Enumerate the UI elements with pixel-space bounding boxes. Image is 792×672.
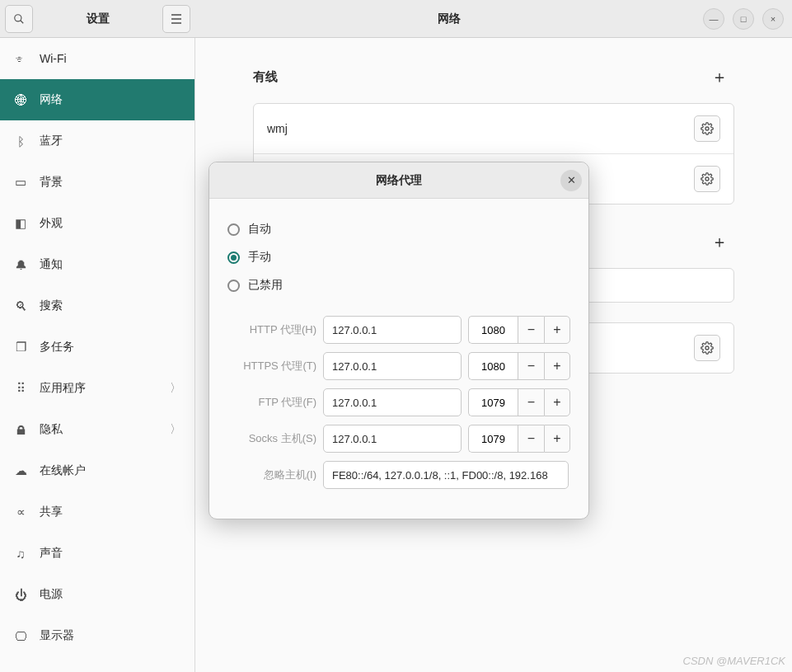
sidebar-item-search[interactable]: 🔍︎搜索 xyxy=(0,285,194,327)
http-proxy-label: HTTP 代理(H) xyxy=(227,322,316,337)
ftp-port-increment[interactable]: + xyxy=(544,388,570,416)
minus-icon: − xyxy=(527,431,535,446)
https-proxy-host-input[interactable] xyxy=(323,352,462,380)
svg-point-7 xyxy=(705,346,709,350)
window-close[interactable]: × xyxy=(762,8,784,30)
https-port-increment[interactable]: + xyxy=(544,352,570,380)
proxy-settings-button[interactable] xyxy=(694,335,720,361)
sidebar-item-label: 外观 xyxy=(40,216,63,231)
sidebar-item-label: 共享 xyxy=(40,505,63,519)
sidebar-item-online-accounts[interactable]: ☁︎在线帐户 xyxy=(0,450,194,491)
radio-auto[interactable]: 自动 xyxy=(227,215,570,243)
titlebar: 设置 网络 — □ × xyxy=(0,0,792,38)
chevron-right-icon: 〉 xyxy=(170,422,181,437)
cloud-icon: ☁︎ xyxy=(13,463,28,478)
bell-icon: 🔔︎ xyxy=(13,258,28,272)
settings-title: 设置 xyxy=(38,12,157,26)
search-button[interactable] xyxy=(5,5,33,33)
http-proxy-port-input[interactable] xyxy=(468,316,518,344)
maximize-icon: □ xyxy=(741,14,747,24)
add-connection-button[interactable]: ＋ xyxy=(705,63,734,92)
sidebar: ᯤWi-Fi 🌐︎网络 ᛒ蓝牙 ▭背景 ◧外观 🔔︎通知 🔍︎搜索 ❐多任务 ⠿… xyxy=(0,38,195,672)
watermark: CSDN @MAVER1CK xyxy=(683,655,785,667)
ftp-proxy-port-input[interactable] xyxy=(468,388,518,416)
radio-icon xyxy=(227,280,240,292)
sidebar-item-bluetooth[interactable]: ᛒ蓝牙 xyxy=(0,120,194,162)
sidebar-item-label: 多任务 xyxy=(40,340,74,355)
socks-proxy-port-input[interactable] xyxy=(468,425,518,453)
plus-icon: ＋ xyxy=(711,233,728,251)
add-vpn-button[interactable]: ＋ xyxy=(705,228,734,256)
svg-point-5 xyxy=(705,127,709,130)
http-proxy-host-input[interactable] xyxy=(323,316,462,344)
socks-port-increment[interactable]: + xyxy=(544,425,570,453)
sidebar-item-label: 电源 xyxy=(40,587,63,602)
window-maximize[interactable]: □ xyxy=(733,8,754,30)
radio-label: 自动 xyxy=(248,222,271,237)
connection-row[interactable]: wmj xyxy=(254,104,733,154)
plus-icon: + xyxy=(553,322,560,337)
sidebar-item-multitask[interactable]: ❐多任务 xyxy=(0,327,194,368)
hamburger-icon xyxy=(171,14,182,24)
menu-button[interactable] xyxy=(162,5,190,33)
svg-point-0 xyxy=(15,14,21,21)
bluetooth-icon: ᛒ xyxy=(13,134,28,148)
radio-icon xyxy=(227,223,240,236)
sidebar-item-notifications[interactable]: 🔔︎通知 xyxy=(0,244,194,285)
sidebar-item-label: 网络 xyxy=(40,92,63,107)
sidebar-item-label: 背景 xyxy=(40,175,63,190)
minimize-icon: — xyxy=(710,14,719,24)
wifi-icon: ᯤ xyxy=(13,52,28,66)
sidebar-item-appearance[interactable]: ◧外观 xyxy=(0,203,194,244)
apps-icon: ⠿ xyxy=(13,381,28,396)
plus-icon: ＋ xyxy=(711,68,728,86)
radio-manual[interactable]: 手动 xyxy=(227,243,570,271)
sidebar-item-background[interactable]: ▭背景 xyxy=(0,162,194,203)
connection-name: wmj xyxy=(267,122,288,135)
minus-icon: − xyxy=(527,395,535,410)
search-icon: 🔍︎ xyxy=(13,299,28,313)
minus-icon: − xyxy=(527,359,535,374)
plus-icon: + xyxy=(553,359,560,374)
sidebar-item-sound[interactable]: ♫声音 xyxy=(0,533,194,574)
sidebar-item-privacy[interactable]: 🔒︎隐私〉 xyxy=(0,409,194,450)
multitask-icon: ❐ xyxy=(13,340,28,355)
ignore-hosts-label: 忽略主机(I) xyxy=(227,468,316,482)
lock-icon: 🔒︎ xyxy=(13,423,28,437)
sidebar-item-power[interactable]: ⏻电源 xyxy=(0,574,194,615)
ftp-port-decrement[interactable]: − xyxy=(518,388,544,416)
sidebar-item-label: 蓝牙 xyxy=(40,134,63,148)
dialog-close-button[interactable]: ✕ xyxy=(560,170,582,191)
window-minimize[interactable]: — xyxy=(703,8,724,30)
sidebar-item-label: Wi-Fi xyxy=(40,52,67,65)
sidebar-item-applications[interactable]: ⠿应用程序〉 xyxy=(0,368,194,409)
power-icon: ⏻ xyxy=(13,588,28,602)
radio-disabled[interactable]: 已禁用 xyxy=(227,271,570,299)
http-port-increment[interactable]: + xyxy=(544,316,570,344)
display-icon: 🖵 xyxy=(13,629,28,643)
sidebar-item-label: 在线帐户 xyxy=(40,463,86,478)
svg-point-6 xyxy=(705,177,709,181)
minus-icon: − xyxy=(527,322,535,337)
sidebar-item-label: 通知 xyxy=(40,257,63,272)
sidebar-item-wifi[interactable]: ᯤWi-Fi xyxy=(0,38,194,79)
plus-icon: + xyxy=(553,395,560,410)
sidebar-item-displays[interactable]: 🖵显示器 xyxy=(0,615,194,656)
https-port-decrement[interactable]: − xyxy=(518,352,544,380)
socks-port-decrement[interactable]: − xyxy=(518,425,544,453)
connection-settings-button[interactable] xyxy=(694,115,720,142)
radio-label: 手动 xyxy=(248,250,271,265)
ignore-hosts-input[interactable] xyxy=(323,461,569,489)
https-proxy-port-input[interactable] xyxy=(468,352,518,380)
chevron-right-icon: 〉 xyxy=(170,381,181,396)
dialog-title: 网络代理 xyxy=(209,173,588,188)
sidebar-item-network[interactable]: 🌐︎网络 xyxy=(0,79,194,120)
socks-proxy-host-input[interactable] xyxy=(323,425,462,453)
share-icon: ∝ xyxy=(13,505,28,519)
http-port-decrement[interactable]: − xyxy=(518,316,544,344)
page-title: 网络 xyxy=(195,12,703,26)
connection-settings-button[interactable] xyxy=(694,166,720,192)
sidebar-item-sharing[interactable]: ∝共享 xyxy=(0,491,194,533)
close-icon: ✕ xyxy=(567,174,576,186)
ftp-proxy-host-input[interactable] xyxy=(323,388,462,416)
